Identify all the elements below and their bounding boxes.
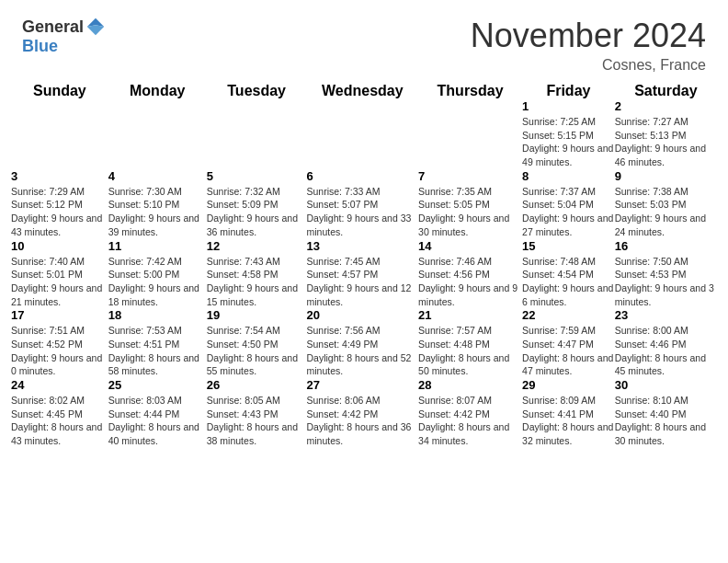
day-info: Sunrise: 7:45 AMSunset: 4:57 PMDaylight:… xyxy=(307,255,419,309)
calendar-cell: 28Sunrise: 8:07 AMSunset: 4:42 PMDayligh… xyxy=(418,378,522,448)
calendar-header: Sunday Monday Tuesday Wednesday Thursday… xyxy=(11,83,717,99)
day-number: 1 xyxy=(522,99,615,113)
calendar-cell: 6Sunrise: 7:33 AMSunset: 5:07 PMDaylight… xyxy=(307,169,419,239)
calendar-cell: 10Sunrise: 7:40 AMSunset: 5:01 PMDayligh… xyxy=(11,239,108,309)
day-number: 15 xyxy=(522,239,615,253)
logo: General Blue xyxy=(22,17,106,56)
day-info: Sunrise: 7:54 AMSunset: 4:50 PMDaylight:… xyxy=(207,324,307,378)
day-number: 8 xyxy=(522,169,615,183)
calendar-cell: 19Sunrise: 7:54 AMSunset: 4:50 PMDayligh… xyxy=(207,308,307,378)
day-info: Sunrise: 7:59 AMSunset: 4:47 PMDaylight:… xyxy=(522,324,615,378)
calendar-cell: 17Sunrise: 7:51 AMSunset: 4:52 PMDayligh… xyxy=(11,308,108,378)
calendar-cell: 3Sunrise: 7:29 AMSunset: 5:12 PMDaylight… xyxy=(11,169,108,239)
calendar-table: Sunday Monday Tuesday Wednesday Thursday… xyxy=(11,83,717,448)
calendar-cell: 24Sunrise: 8:02 AMSunset: 4:45 PMDayligh… xyxy=(11,378,108,448)
day-number: 14 xyxy=(418,239,522,253)
calendar-cell: 18Sunrise: 7:53 AMSunset: 4:51 PMDayligh… xyxy=(108,308,207,378)
day-number: 22 xyxy=(522,308,615,322)
location: Cosnes, France xyxy=(471,57,706,74)
logo-icon xyxy=(85,17,106,37)
calendar-cell: 2Sunrise: 7:27 AMSunset: 5:13 PMDaylight… xyxy=(615,99,717,169)
day-info: Sunrise: 7:25 AMSunset: 5:15 PMDaylight:… xyxy=(522,115,615,169)
calendar-cell: 13Sunrise: 7:45 AMSunset: 4:57 PMDayligh… xyxy=(307,239,419,309)
day-number: 11 xyxy=(108,239,207,253)
logo-general-text: General xyxy=(22,17,84,37)
day-info: Sunrise: 7:42 AMSunset: 5:00 PMDaylight:… xyxy=(108,255,207,309)
day-number: 16 xyxy=(615,239,717,253)
day-info: Sunrise: 7:46 AMSunset: 4:56 PMDaylight:… xyxy=(418,255,522,309)
calendar-cell: 14Sunrise: 7:46 AMSunset: 4:56 PMDayligh… xyxy=(418,239,522,309)
calendar-cell: 9Sunrise: 7:38 AMSunset: 5:03 PMDaylight… xyxy=(615,169,717,239)
day-info: Sunrise: 8:09 AMSunset: 4:41 PMDaylight:… xyxy=(522,394,615,448)
day-info: Sunrise: 7:29 AMSunset: 5:12 PMDaylight:… xyxy=(11,185,108,239)
day-info: Sunrise: 8:07 AMSunset: 4:42 PMDaylight:… xyxy=(418,394,522,448)
calendar-cell: 30Sunrise: 8:10 AMSunset: 4:40 PMDayligh… xyxy=(615,378,717,448)
day-info: Sunrise: 8:03 AMSunset: 4:44 PMDaylight:… xyxy=(108,394,207,448)
day-info: Sunrise: 7:35 AMSunset: 5:05 PMDaylight:… xyxy=(418,185,522,239)
calendar-cell xyxy=(307,99,419,169)
calendar-cell: 1Sunrise: 7:25 AMSunset: 5:15 PMDaylight… xyxy=(522,99,615,169)
day-number: 6 xyxy=(307,169,419,183)
day-number: 4 xyxy=(108,169,207,183)
day-number: 13 xyxy=(307,239,419,253)
header-thursday: Thursday xyxy=(418,83,522,99)
calendar-cell: 29Sunrise: 8:09 AMSunset: 4:41 PMDayligh… xyxy=(522,378,615,448)
calendar-cell: 22Sunrise: 7:59 AMSunset: 4:47 PMDayligh… xyxy=(522,308,615,378)
calendar-cell: 12Sunrise: 7:43 AMSunset: 4:58 PMDayligh… xyxy=(207,239,307,309)
day-number: 25 xyxy=(108,378,207,392)
calendar-week-4: 17Sunrise: 7:51 AMSunset: 4:52 PMDayligh… xyxy=(11,308,717,378)
day-info: Sunrise: 8:02 AMSunset: 4:45 PMDaylight:… xyxy=(11,394,108,448)
header-monday: Monday xyxy=(108,83,207,99)
day-info: Sunrise: 7:38 AMSunset: 5:03 PMDaylight:… xyxy=(615,185,717,239)
day-info: Sunrise: 8:05 AMSunset: 4:43 PMDaylight:… xyxy=(207,394,307,448)
day-number: 9 xyxy=(615,169,717,183)
day-number: 26 xyxy=(207,378,307,392)
day-number: 21 xyxy=(418,308,522,322)
day-info: Sunrise: 7:40 AMSunset: 5:01 PMDaylight:… xyxy=(11,255,108,309)
calendar-cell: 16Sunrise: 7:50 AMSunset: 4:53 PMDayligh… xyxy=(615,239,717,309)
day-number: 23 xyxy=(615,308,717,322)
day-number: 7 xyxy=(418,169,522,183)
day-info: Sunrise: 7:56 AMSunset: 4:49 PMDaylight:… xyxy=(307,324,419,378)
day-number: 20 xyxy=(307,308,419,322)
day-info: Sunrise: 7:57 AMSunset: 4:48 PMDaylight:… xyxy=(418,324,522,378)
calendar-cell: 27Sunrise: 8:06 AMSunset: 4:42 PMDayligh… xyxy=(307,378,419,448)
calendar-cell: 20Sunrise: 7:56 AMSunset: 4:49 PMDayligh… xyxy=(307,308,419,378)
header-friday: Friday xyxy=(522,83,615,99)
calendar-cell: 4Sunrise: 7:30 AMSunset: 5:10 PMDaylight… xyxy=(108,169,207,239)
day-info: Sunrise: 8:00 AMSunset: 4:46 PMDaylight:… xyxy=(615,324,717,378)
day-info: Sunrise: 7:53 AMSunset: 4:51 PMDaylight:… xyxy=(108,324,207,378)
header-saturday: Saturday xyxy=(615,83,717,99)
calendar-cell: 26Sunrise: 8:05 AMSunset: 4:43 PMDayligh… xyxy=(207,378,307,448)
day-number: 17 xyxy=(11,308,108,322)
logo-blue-text: Blue xyxy=(22,37,58,55)
day-info: Sunrise: 7:32 AMSunset: 5:09 PMDaylight:… xyxy=(207,185,307,239)
day-info: Sunrise: 7:51 AMSunset: 4:52 PMDaylight:… xyxy=(11,324,108,378)
day-info: Sunrise: 7:33 AMSunset: 5:07 PMDaylight:… xyxy=(307,185,419,239)
day-number: 18 xyxy=(108,308,207,322)
day-number: 5 xyxy=(207,169,307,183)
day-number: 10 xyxy=(11,239,108,253)
day-info: Sunrise: 7:27 AMSunset: 5:13 PMDaylight:… xyxy=(615,115,717,169)
day-number: 19 xyxy=(207,308,307,322)
calendar-cell xyxy=(207,99,307,169)
weekday-header-row: Sunday Monday Tuesday Wednesday Thursday… xyxy=(11,83,717,99)
day-info: Sunrise: 8:06 AMSunset: 4:42 PMDaylight:… xyxy=(307,394,419,448)
calendar-cell xyxy=(108,99,207,169)
svg-marker-1 xyxy=(87,25,104,35)
day-number: 24 xyxy=(11,378,108,392)
day-info: Sunrise: 7:43 AMSunset: 4:58 PMDaylight:… xyxy=(207,255,307,309)
month-title: November 2024 xyxy=(471,17,706,55)
day-number: 12 xyxy=(207,239,307,253)
header: General Blue November 2024 Cosnes, Franc… xyxy=(0,0,728,83)
header-sunday: Sunday xyxy=(11,83,108,99)
calendar-wrapper: Sunday Monday Tuesday Wednesday Thursday… xyxy=(0,83,728,459)
calendar-cell: 25Sunrise: 8:03 AMSunset: 4:44 PMDayligh… xyxy=(108,378,207,448)
calendar-week-5: 24Sunrise: 8:02 AMSunset: 4:45 PMDayligh… xyxy=(11,378,717,448)
header-tuesday: Tuesday xyxy=(207,83,307,99)
calendar-cell: 23Sunrise: 8:00 AMSunset: 4:46 PMDayligh… xyxy=(615,308,717,378)
header-wednesday: Wednesday xyxy=(307,83,419,99)
day-number: 29 xyxy=(522,378,615,392)
calendar-week-3: 10Sunrise: 7:40 AMSunset: 5:01 PMDayligh… xyxy=(11,239,717,309)
calendar-cell: 8Sunrise: 7:37 AMSunset: 5:04 PMDaylight… xyxy=(522,169,615,239)
